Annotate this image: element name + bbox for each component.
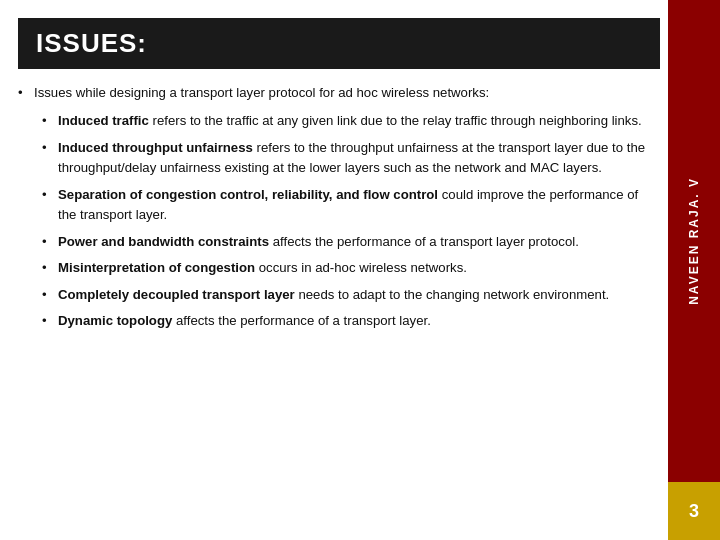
sub-bullet-7: Dynamic topology affects the performance… bbox=[42, 311, 660, 331]
sidebar-page-area: 3 bbox=[668, 482, 720, 540]
sub-bullet-4-rest: affects the performance of a transport l… bbox=[273, 234, 579, 249]
sub-bullet-4: Power and bandwidth constraints affects … bbox=[42, 232, 660, 252]
sub-bullet-5-bold: Misinterpretation of congestion bbox=[58, 260, 255, 275]
page-number: 3 bbox=[689, 501, 699, 522]
sub-bullet-1-rest: refers to the traffic at any given link … bbox=[153, 113, 642, 128]
sub-bullet-7-bold: Dynamic topology bbox=[58, 313, 172, 328]
sub-bullet-2: Induced throughput unfairness refers to … bbox=[42, 138, 660, 179]
sidebar-author-text: NAVEEN RAJA. V bbox=[687, 177, 701, 305]
sub-bullet-3: Separation of congestion control, reliab… bbox=[42, 185, 660, 226]
header-title: ISSUES: bbox=[36, 28, 147, 58]
sub-bullet-6-rest: needs to adapt to the changing network e… bbox=[298, 287, 609, 302]
slide: ISSUES: Issues while designing a transpo… bbox=[0, 0, 720, 540]
slide-header: ISSUES: bbox=[18, 18, 660, 69]
sub-bullet-5: Misinterpretation of congestion occurs i… bbox=[42, 258, 660, 278]
slide-content: Issues while designing a transport layer… bbox=[18, 83, 660, 332]
sub-bullet-4-bold: Power and bandwidth constraints bbox=[58, 234, 269, 249]
sub-bullet-6: Completely decoupled transport layer nee… bbox=[42, 285, 660, 305]
top-bullet: Issues while designing a transport layer… bbox=[18, 83, 660, 103]
sub-bullet-3-bold: Separation of congestion control, reliab… bbox=[58, 187, 438, 202]
sub-bullet-1-bold: Induced traffic bbox=[58, 113, 149, 128]
sidebar-author-area: NAVEEN RAJA. V bbox=[668, 0, 720, 482]
sub-bullets-list: Induced traffic refers to the traffic at… bbox=[18, 111, 660, 331]
sub-bullet-2-bold: Induced throughput unfairness bbox=[58, 140, 253, 155]
top-bullet-text: Issues while designing a transport layer… bbox=[34, 85, 489, 100]
sub-bullet-1: Induced traffic refers to the traffic at… bbox=[42, 111, 660, 131]
sub-bullet-6-bold: Completely decoupled transport layer bbox=[58, 287, 295, 302]
sub-bullet-5-rest: occurs in ad-hoc wireless networks. bbox=[259, 260, 467, 275]
sub-bullet-7-rest: affects the performance of a transport l… bbox=[176, 313, 431, 328]
sidebar-right: NAVEEN RAJA. V 3 bbox=[668, 0, 720, 540]
